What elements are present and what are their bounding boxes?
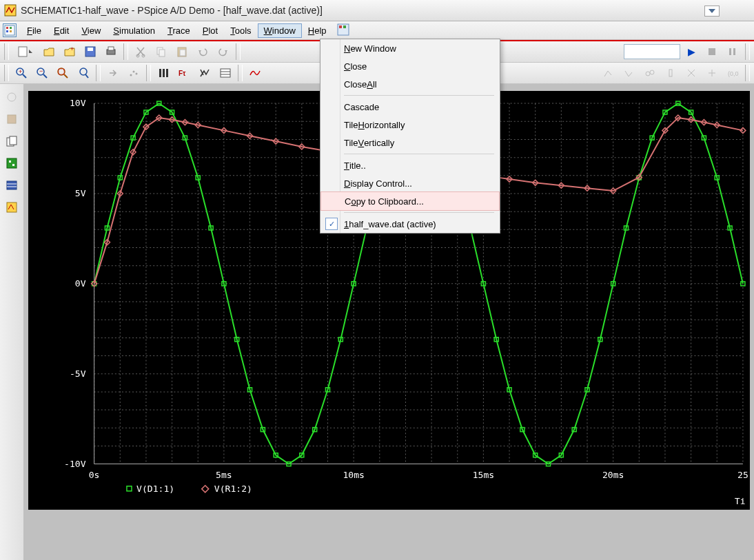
trace-button[interactable]	[245, 64, 265, 82]
svg-text:+: +	[19, 68, 22, 75]
svg-rect-12	[88, 48, 93, 51]
side-btn-1[interactable]	[3, 88, 21, 106]
menu-item-close-all[interactable]: Close All	[320, 75, 500, 93]
perf-button[interactable]	[195, 64, 214, 82]
svg-rect-39	[163, 69, 165, 77]
fft-button[interactable]: Fτ	[174, 64, 194, 82]
svg-rect-2	[6, 27, 8, 29]
svg-text:20ms: 20ms	[602, 470, 624, 480]
svg-rect-38	[159, 69, 161, 77]
run-button[interactable]: ▶	[682, 43, 701, 61]
paste-button[interactable]	[172, 43, 192, 61]
svg-text:0V: 0V	[75, 278, 86, 289]
menu-item-tile-horizontally[interactable]: Tile Horizontally	[320, 116, 500, 134]
menu-item-copy-to-clipboard[interactable]: Copy to Clipboard...	[320, 191, 500, 211]
svg-rect-9	[19, 47, 27, 56]
menu-tools[interactable]: Tools	[224, 23, 257, 38]
stop-button[interactable]	[702, 43, 722, 61]
menu-trace[interactable]: Trace	[161, 23, 196, 38]
svg-rect-52	[10, 136, 17, 145]
menu-file[interactable]: File	[21, 23, 48, 38]
ribbon-caret[interactable]	[704, 6, 720, 17]
marker-7-button[interactable]: (0,0)	[723, 64, 742, 82]
arrow-right-button[interactable]	[103, 64, 123, 82]
side-btn-6[interactable]	[3, 198, 21, 216]
copy-button[interactable]	[152, 43, 171, 61]
list-button[interactable]	[216, 64, 235, 82]
toolbar-field[interactable]	[624, 44, 680, 59]
svg-rect-55	[12, 164, 14, 166]
log-toggle-button[interactable]	[154, 64, 173, 82]
menu-window[interactable]: Window	[258, 23, 302, 38]
menu-item-new-window[interactable]: New Window	[320, 39, 500, 57]
side-btn-4[interactable]	[3, 154, 21, 172]
play-icon: ▶	[688, 46, 695, 57]
svg-point-33	[80, 68, 87, 75]
menu-item-cascade[interactable]: Cascade	[320, 98, 500, 116]
window-menu-popup: New WindowCloseClose AllCascadeTile Hori…	[320, 39, 500, 234]
svg-text:Fτ: Fτ	[179, 70, 186, 77]
zoom-out-button[interactable]: −	[32, 64, 52, 82]
side-btn-5[interactable]	[3, 176, 21, 194]
menu-help[interactable]: Help	[302, 23, 333, 38]
svg-text:5V: 5V	[75, 188, 86, 198]
menu-plot[interactable]: Plot	[196, 23, 224, 38]
menu-item-close[interactable]: Close	[320, 57, 500, 75]
menu-edit[interactable]: Edit	[48, 23, 75, 38]
new-button[interactable]	[12, 43, 38, 61]
menu-simulation[interactable]: Simulation	[107, 23, 161, 38]
zoom-fit-button[interactable]	[74, 64, 93, 82]
svg-text:V(R1:2): V(R1:2)	[214, 484, 252, 494]
open-append-button[interactable]: +	[60, 43, 79, 61]
svg-rect-8	[343, 25, 346, 28]
svg-rect-54	[9, 160, 11, 163]
svg-text:+: +	[70, 45, 74, 52]
svg-rect-47	[669, 70, 672, 76]
svg-text:−: −	[39, 68, 43, 74]
pause-button[interactable]	[723, 43, 742, 61]
save-button[interactable]	[81, 43, 100, 61]
svg-rect-171	[127, 486, 132, 491]
zoom-in-button[interactable]: +	[12, 64, 31, 82]
svg-rect-32	[59, 69, 64, 74]
svg-text:15ms: 15ms	[473, 470, 494, 480]
cut-button[interactable]	[131, 43, 150, 61]
side-btn-2[interactable]	[3, 110, 21, 128]
svg-point-46	[650, 70, 654, 74]
points-button[interactable]	[124, 64, 143, 82]
marker-2-button[interactable]	[620, 64, 639, 82]
svg-rect-18	[159, 50, 165, 56]
app-icon	[4, 4, 17, 17]
svg-rect-14	[108, 47, 114, 50]
svg-rect-59	[7, 203, 17, 212]
svg-rect-21	[709, 48, 715, 55]
marker-3-button[interactable]	[640, 64, 660, 82]
svg-rect-50	[8, 115, 16, 123]
marker-5-button[interactable]	[682, 64, 701, 82]
menu-item-tile-vertically[interactable]: Tile Vertically	[320, 134, 500, 152]
svg-rect-40	[166, 69, 168, 77]
svg-rect-42	[221, 69, 230, 77]
undo-button[interactable]	[193, 43, 212, 61]
print-button[interactable]	[101, 43, 121, 61]
menu-item-display-control[interactable]: Display Control...	[320, 174, 500, 192]
svg-rect-53	[7, 158, 17, 168]
svg-line-28	[43, 74, 47, 78]
side-btn-3[interactable]	[3, 132, 21, 150]
menu-item-1-half-wave-dat-active[interactable]: ✓1 half_wave.dat (active)	[320, 215, 500, 233]
marker-6-button[interactable]	[702, 64, 722, 82]
marker-1-button[interactable]	[599, 64, 618, 82]
svg-rect-22	[729, 48, 731, 55]
menu-item-title[interactable]: Title..	[320, 156, 500, 174]
menu-extra-icon[interactable]	[334, 22, 352, 39]
zoom-area-button[interactable]	[53, 64, 72, 82]
redo-button[interactable]	[214, 43, 233, 61]
svg-text:V(D1:1): V(D1:1)	[136, 484, 174, 494]
marker-4-button[interactable]	[661, 64, 680, 82]
svg-point-45	[646, 72, 650, 76]
svg-rect-5	[10, 30, 12, 32]
open-button[interactable]	[39, 43, 59, 61]
svg-rect-20	[180, 50, 185, 56]
menu-view[interactable]: View	[75, 23, 107, 38]
svg-text:10V: 10V	[70, 98, 86, 108]
